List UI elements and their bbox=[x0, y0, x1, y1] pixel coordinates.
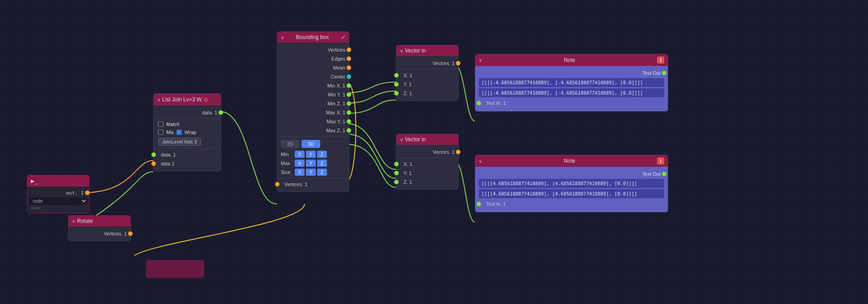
max-xyz-row: Max X Y Z bbox=[277, 159, 349, 168]
data-in2-label: data 1 bbox=[157, 161, 175, 166]
center-out-port bbox=[347, 74, 351, 79]
data-in1-port bbox=[151, 152, 156, 157]
mode-select[interactable]: node bbox=[29, 197, 87, 205]
text-out-port bbox=[662, 71, 666, 75]
rotate-title: Rotate bbox=[77, 218, 93, 224]
mix-checkbox[interactable] bbox=[158, 130, 163, 135]
data-in2-port bbox=[151, 161, 156, 166]
min-z-btn[interactable]: Z bbox=[317, 151, 327, 158]
maxy-out-label: Max Y. 1 bbox=[327, 119, 345, 124]
x-in-label: X. 1 bbox=[400, 73, 413, 78]
vertices-out-port bbox=[347, 48, 351, 52]
note-2-line1: [[[[4.6856188877410889], [4.685618887741… bbox=[479, 179, 664, 188]
tab-3d[interactable]: 3D bbox=[301, 140, 320, 148]
size-label: Size bbox=[281, 169, 293, 175]
x-in-port bbox=[394, 73, 399, 78]
match-checkbox[interactable] bbox=[158, 122, 163, 127]
vectors2-out-label: Vectors. 1 bbox=[433, 149, 455, 155]
note-1-node: ∨ Note i Text Out [[[[-4.685618887741088… bbox=[475, 54, 668, 112]
z-in-label: Z. 1 bbox=[400, 91, 412, 96]
minx-out-port bbox=[347, 83, 351, 88]
terminal-icon: ▶_ bbox=[31, 178, 38, 184]
bounding-box-body: Vertices Edges Mean Center Min X. 1 Min … bbox=[277, 43, 349, 191]
minz-out-port bbox=[347, 101, 351, 106]
vertices-rotate-port bbox=[128, 231, 133, 236]
wrap-checkbox[interactable]: ✓ bbox=[176, 130, 182, 135]
divider-v2 bbox=[396, 158, 458, 158]
text-in2-port bbox=[477, 202, 481, 206]
maxy-out-row: Max Y. 1 bbox=[277, 117, 349, 126]
vertices-in-label: Vertices. 1 bbox=[281, 182, 307, 187]
data-out-label: data. 1 bbox=[202, 110, 217, 115]
vector-in-2-body: Vectors. 1 X. 1 Y. 1 Z. 1 bbox=[396, 145, 458, 189]
rotate-header: ∨ Rotate bbox=[69, 216, 130, 226]
vectors2-out-port bbox=[456, 150, 460, 154]
vertices-in-row: Vertices. 1 bbox=[277, 180, 349, 189]
text-in2-row: Text In. 1 bbox=[479, 200, 664, 208]
divider-bb2 bbox=[277, 178, 349, 178]
note-2-line2: [[[[4.6856188877410889], [4.685618887741… bbox=[479, 189, 664, 198]
text-in-label: Text In. 1 bbox=[482, 100, 506, 106]
vertices-rotate-row: Vertices. 1 bbox=[69, 229, 130, 238]
vectors-out-row: Vectors. 1 bbox=[396, 59, 458, 68]
chevron-icon: ∨ bbox=[479, 58, 482, 63]
data-out-port bbox=[219, 110, 223, 115]
divider-v1 bbox=[396, 69, 458, 69]
chevron-icon: ∨ bbox=[281, 35, 284, 40]
text-in-port bbox=[477, 101, 481, 105]
text-out2-label: Text Out bbox=[642, 171, 661, 177]
min-label: Min bbox=[281, 152, 293, 157]
divider-1 bbox=[154, 118, 221, 119]
min-x-btn[interactable]: X bbox=[295, 151, 305, 158]
size-z-btn[interactable]: Z bbox=[317, 169, 327, 176]
divider-2 bbox=[154, 148, 221, 149]
minx-out-label: Min X. 1 bbox=[327, 83, 345, 88]
maxz-out-label: Max Z. 1 bbox=[326, 128, 345, 133]
data-in1-row: data. 1 bbox=[154, 150, 221, 159]
size-x-btn[interactable]: X bbox=[295, 169, 305, 176]
chevron-icon: ∨ bbox=[400, 137, 403, 142]
chevron-icon: ∨ bbox=[72, 219, 75, 224]
edges-out-label: Edges bbox=[331, 56, 345, 61]
minx-out-row: Min X. 1 bbox=[277, 81, 349, 90]
resize-icon[interactable]: ⤢ bbox=[341, 34, 345, 40]
join-level-row: JoinLevel lists 3 bbox=[154, 136, 221, 147]
maxz-out-row: Max Z. 1 bbox=[277, 126, 349, 135]
data-in2-row: data 1 bbox=[154, 159, 221, 168]
chevron-icon: ∨ bbox=[400, 48, 403, 53]
z2-in-port bbox=[394, 180, 399, 184]
edges-out-row: Edges bbox=[277, 54, 349, 63]
y-in-port bbox=[394, 82, 399, 87]
y2-in-label: Y. 1 bbox=[400, 170, 412, 176]
edges-out-port bbox=[347, 56, 351, 61]
note-2-header: ∨ Note i bbox=[475, 155, 668, 167]
x2-in-label: X. 1 bbox=[400, 161, 413, 167]
size-y-btn[interactable]: Y bbox=[306, 169, 316, 176]
text-out2-port bbox=[662, 172, 666, 176]
join-level-button[interactable]: JoinLevel lists 3 bbox=[158, 138, 201, 146]
mean-out-port bbox=[347, 65, 351, 70]
out-port-row: out. 1 bbox=[29, 188, 87, 197]
miny-out-port bbox=[347, 92, 351, 97]
maxz-out-port bbox=[347, 128, 351, 133]
size-xyz-row: Size X Y Z bbox=[277, 168, 349, 177]
filename-label: node bbox=[29, 205, 87, 211]
maxx-out-row: Max X. 1 bbox=[277, 108, 349, 117]
center-out-row: Center bbox=[277, 72, 349, 81]
mean-out-row: Mean bbox=[277, 63, 349, 72]
max-y-btn[interactable]: Y bbox=[306, 160, 316, 167]
minz-out-row: Min Z. 1 bbox=[277, 99, 349, 108]
min-y-btn[interactable]: Y bbox=[306, 151, 316, 158]
note-1-header: ∨ Note i bbox=[475, 54, 668, 66]
max-z-btn[interactable]: Z bbox=[317, 160, 327, 167]
text-out2-row: Text Out bbox=[479, 170, 664, 178]
bounding-box-header: ∨ Bounding box ⤢ bbox=[277, 32, 349, 43]
tab-2d[interactable]: 2D bbox=[281, 140, 300, 148]
info-badge: i bbox=[657, 56, 664, 64]
vertices-out-label: Vertices bbox=[328, 47, 345, 52]
max-x-btn[interactable]: X bbox=[295, 160, 305, 167]
list-join-node: ∨ List Join Lv=3 W ⊕ data. 1 Match Mix ✓… bbox=[153, 93, 221, 171]
note-1-line2: [[[[-4.6856188877410889], [-4.6856188877… bbox=[479, 88, 664, 97]
rotate-node: ∨ Rotate Vertices. 1 bbox=[68, 215, 131, 241]
y2-in-port bbox=[394, 171, 399, 175]
